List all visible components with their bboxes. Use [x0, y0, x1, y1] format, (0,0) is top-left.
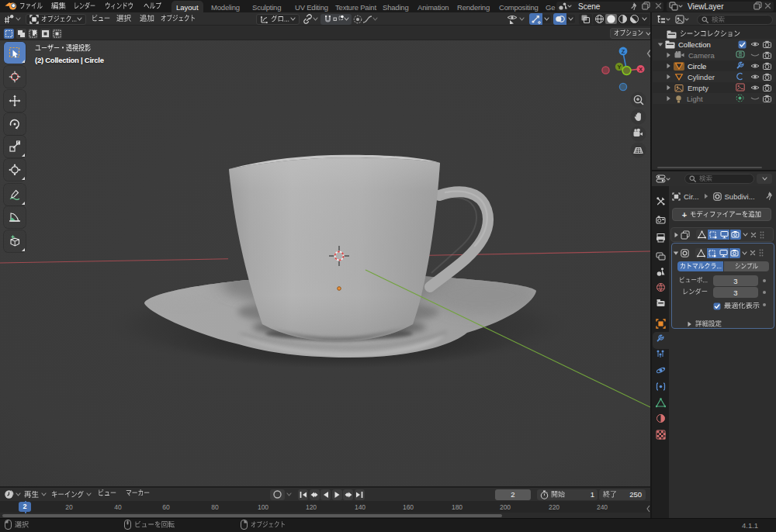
svg-text:Y: Y: [617, 64, 621, 71]
svg-text:X: X: [639, 66, 643, 73]
svg-text:Z: Z: [622, 48, 625, 55]
